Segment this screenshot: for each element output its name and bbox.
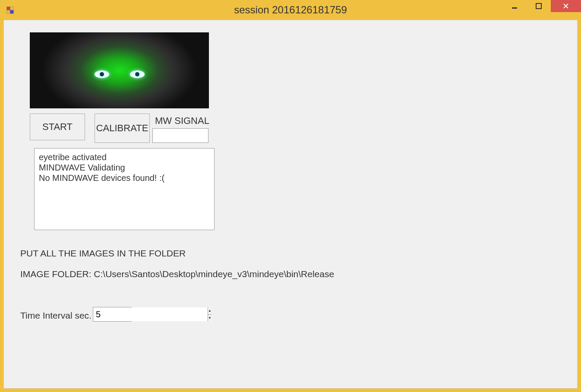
folder-path: C:\Users\Santos\Desktop\mindeye_v3\minde… — [94, 269, 334, 279]
mw-signal-input[interactable] — [152, 128, 208, 143]
svg-rect-3 — [7, 10, 10, 13]
instruction-label: PUT ALL THE IMAGES IN THE FOLDER — [20, 248, 186, 259]
calibrate-button[interactable]: CALIBRATE — [95, 114, 150, 143]
eye-tracker-image — [30, 32, 209, 108]
app-icon — [6, 6, 15, 15]
svg-rect-5 — [536, 3, 541, 9]
stepper-buttons: ▲ ▼ — [208, 307, 212, 321]
stepper-up-button[interactable]: ▲ — [208, 307, 212, 315]
client-area: START CALIBRATE MW SIGNAL eyetribe activ… — [3, 20, 578, 389]
left-eye-icon — [95, 70, 109, 78]
time-interval-label: Time Interval sec. — [20, 310, 92, 321]
svg-rect-4 — [512, 7, 517, 9]
window-title: session 2016126181759 — [234, 4, 347, 16]
image-folder-label: IMAGE FOLDER: C:\Users\Santos\Desktop\mi… — [20, 269, 334, 279]
time-interval-input[interactable] — [93, 307, 208, 321]
titlebar[interactable]: session 2016126181759 — [0, 0, 581, 20]
mw-signal-label: MW SIGNAL — [155, 115, 209, 126]
window-controls — [502, 0, 581, 12]
svg-rect-2 — [10, 7, 13, 10]
time-interval-stepper[interactable]: ▲ ▼ — [93, 307, 132, 322]
app-window: session 2016126181759 START CALIBRATE MW… — [0, 0, 581, 392]
stepper-down-button[interactable]: ▼ — [208, 315, 212, 322]
right-eye-icon — [130, 70, 145, 78]
maximize-button[interactable] — [527, 0, 551, 12]
folder-prefix: IMAGE FOLDER: — [20, 269, 94, 279]
log-textarea[interactable]: eyetribe activated MINDWAVE Validating N… — [34, 148, 215, 230]
svg-rect-0 — [7, 7, 10, 10]
close-button[interactable] — [551, 0, 581, 12]
start-button[interactable]: START — [30, 114, 85, 140]
minimize-button[interactable] — [502, 0, 527, 12]
svg-rect-1 — [10, 10, 13, 13]
